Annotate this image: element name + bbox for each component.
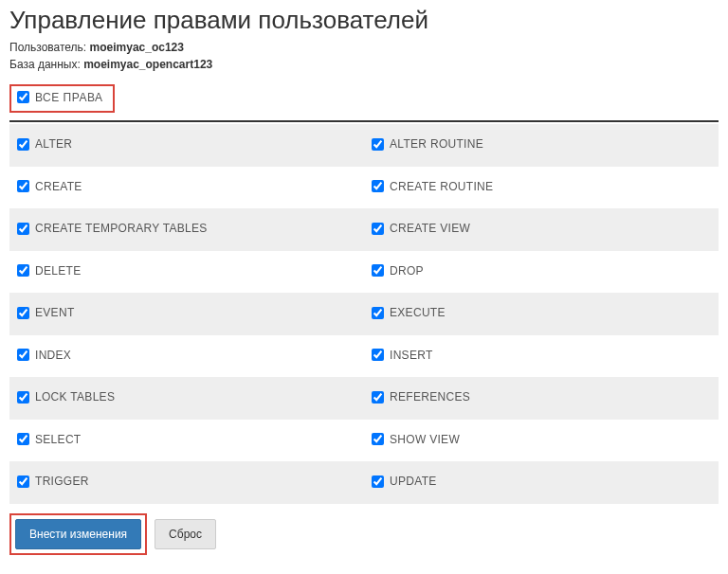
privilege-label[interactable]: CREATE TEMPORARY TABLES [17, 222, 208, 235]
page-title: Управление правами пользователей [9, 6, 719, 35]
privilege-label[interactable]: REFERENCES [372, 390, 470, 404]
privilege-checkbox[interactable] [17, 307, 29, 319]
privilege-label[interactable]: LOCK TABLES [17, 390, 115, 404]
privilege-label[interactable]: UPDATE [372, 475, 437, 488]
db-label: База данных: [9, 58, 81, 71]
all-rights-label[interactable]: ВСЕ ПРАВА [17, 91, 103, 104]
privilege-label[interactable]: INDEX [17, 349, 71, 362]
actions-bar: Внести изменения Сброс [9, 513, 719, 555]
privilege-name: CREATE ROUTINE [390, 180, 493, 193]
privilege-label[interactable]: DELETE [17, 264, 81, 278]
privilege-checkbox[interactable] [17, 264, 29, 277]
privilege-name: SHOW VIEW [390, 433, 460, 446]
privilege-checkbox[interactable] [17, 349, 29, 361]
privilege-name: EVENT [35, 306, 75, 319]
privilege-label[interactable]: ALTER ROUTINE [372, 137, 483, 151]
privilege-checkbox[interactable] [372, 391, 384, 404]
privilege-label[interactable]: DROP [372, 264, 424, 278]
user-label: Пользователь: [9, 41, 86, 54]
privilege-checkbox[interactable] [17, 391, 29, 404]
privilege-name: LOCK TABLES [35, 390, 115, 404]
privilege-label[interactable]: CREATE ROUTINE [372, 180, 493, 193]
privilege-row: ALTERALTER ROUTINE [9, 124, 719, 167]
privilege-label[interactable]: ALTER [17, 137, 72, 151]
privilege-name: REFERENCES [390, 390, 470, 404]
privilege-checkbox[interactable] [17, 138, 29, 151]
user-value: moeimyac_oc123 [90, 41, 184, 54]
db-value: moeimyac_opencart123 [83, 58, 212, 71]
privilege-name: DELETE [35, 264, 81, 278]
privilege-name: TRIGGER [35, 475, 89, 488]
all-rights-text: ВСЕ ПРАВА [35, 91, 103, 104]
privilege-checkbox[interactable] [372, 433, 384, 445]
privilege-row: EVENTEXECUTE [9, 293, 719, 335]
privilege-checkbox[interactable] [372, 475, 384, 488]
all-rights-highlight: ВСЕ ПРАВА [9, 84, 115, 113]
privilege-row: SELECTSHOW VIEW [9, 420, 719, 462]
privilege-checkbox[interactable] [372, 307, 384, 319]
privilege-checkbox[interactable] [372, 264, 384, 277]
submit-button[interactable]: Внести изменения [15, 519, 141, 549]
privilege-label[interactable]: EVENT [17, 306, 75, 319]
privilege-label[interactable]: EXECUTE [372, 306, 446, 319]
user-line: Пользователь: moeimyac_oc123 [9, 41, 719, 54]
privilege-name: CREATE [35, 180, 82, 193]
privilege-label[interactable]: CREATE VIEW [372, 222, 470, 235]
privilege-checkbox[interactable] [372, 223, 384, 235]
privilege-row: CREATECREATE ROUTINE [9, 167, 719, 209]
privilege-label[interactable]: INSERT [372, 349, 433, 362]
privilege-checkbox[interactable] [372, 138, 384, 151]
db-line: База данных: moeimyac_opencart123 [9, 58, 719, 71]
privilege-row: CREATE TEMPORARY TABLESCREATE VIEW [9, 208, 719, 251]
privileges-table: ALTERALTER ROUTINECREATECREATE ROUTINECR… [9, 124, 719, 504]
privilege-name: CREATE VIEW [390, 222, 470, 235]
reset-button[interactable]: Сброс [155, 519, 216, 549]
privilege-label[interactable]: SHOW VIEW [372, 433, 460, 446]
all-rights-checkbox[interactable] [17, 91, 29, 103]
submit-highlight: Внести изменения [9, 513, 147, 555]
divider [9, 120, 719, 122]
privilege-name: INSERT [390, 349, 433, 362]
privilege-label[interactable]: SELECT [17, 433, 81, 446]
privilege-checkbox[interactable] [17, 223, 29, 235]
privilege-name: DROP [390, 264, 424, 278]
privilege-checkbox[interactable] [17, 433, 29, 445]
privilege-name: CREATE TEMPORARY TABLES [35, 222, 208, 235]
privilege-name: ALTER [35, 137, 72, 151]
privilege-row: DELETEDROP [9, 251, 719, 294]
privilege-row: LOCK TABLESREFERENCES [9, 377, 719, 420]
privilege-checkbox[interactable] [17, 180, 29, 192]
privilege-checkbox[interactable] [17, 475, 29, 488]
privilege-checkbox[interactable] [372, 349, 384, 361]
privilege-label[interactable]: TRIGGER [17, 475, 89, 488]
privilege-label[interactable]: CREATE [17, 180, 82, 193]
privilege-name: UPDATE [390, 475, 437, 488]
privilege-name: INDEX [35, 349, 71, 362]
privilege-row: INDEXINSERT [9, 335, 719, 378]
privilege-name: SELECT [35, 433, 81, 446]
privilege-name: EXECUTE [390, 306, 446, 319]
privilege-checkbox[interactable] [372, 180, 384, 192]
privilege-name: ALTER ROUTINE [390, 137, 483, 151]
privilege-row: TRIGGERUPDATE [9, 461, 719, 504]
